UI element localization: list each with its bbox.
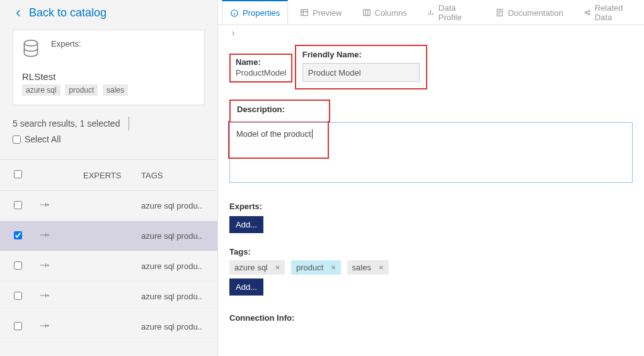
doc-icon xyxy=(495,8,504,17)
chevron-right-icon xyxy=(229,29,237,38)
row-checkbox[interactable] xyxy=(14,292,22,300)
left-pane: Back to catalog Experts: RLStest azure s… xyxy=(0,0,218,356)
name-value: ProductModel xyxy=(236,68,286,78)
close-icon[interactable]: × xyxy=(275,263,280,272)
svg-point-0 xyxy=(25,40,38,46)
tag-chip[interactable]: azure sql xyxy=(22,84,60,96)
friendly-name-input[interactable] xyxy=(302,63,420,82)
tab-properties[interactable]: Properties xyxy=(222,0,288,25)
svg-rect-2 xyxy=(301,9,308,15)
tag-pill[interactable]: sales× xyxy=(347,260,389,275)
tab-label: Properties xyxy=(243,8,280,18)
tags-label: Tags: xyxy=(229,247,633,256)
divider xyxy=(129,117,129,130)
tab-label: Related Data xyxy=(595,3,636,22)
col-experts[interactable]: EXPERTS xyxy=(83,171,141,180)
description-highlight: Description: xyxy=(229,100,330,123)
select-all-label: Select All xyxy=(25,134,61,144)
tab-label: Documentation xyxy=(508,8,563,18)
pin-icon[interactable] xyxy=(39,231,50,239)
friendly-name-label: Friendly Name: xyxy=(302,50,420,59)
asset-card: Experts: RLStest azure sql product sales xyxy=(13,30,205,105)
experts-label: Experts: xyxy=(51,39,81,49)
name-highlight: Name: ProductModel xyxy=(229,54,292,83)
svg-rect-3 xyxy=(363,9,370,15)
close-icon[interactable]: × xyxy=(379,263,384,272)
tag-pill[interactable]: azure sql× xyxy=(229,260,285,275)
results-summary: 5 search results, 1 selected xyxy=(13,118,120,129)
tab-data-profile[interactable]: Data Profile xyxy=(419,0,483,25)
tab-columns[interactable]: Columns xyxy=(354,0,415,25)
connection-info-section: Connection Info: xyxy=(229,313,633,323)
tag-pill[interactable]: product× xyxy=(291,260,341,275)
results-header: EXPERTS TAGS xyxy=(0,159,217,191)
pin-icon[interactable] xyxy=(39,200,50,209)
pin-icon[interactable] xyxy=(39,261,50,270)
tabs: Properties Preview Columns Data Profile … xyxy=(218,0,644,25)
info-icon xyxy=(230,9,239,18)
tab-related-data[interactable]: Related Data xyxy=(575,0,644,25)
pin-icon[interactable] xyxy=(39,291,50,300)
name-label: Name: xyxy=(236,57,286,67)
header-checkbox[interactable] xyxy=(14,170,22,178)
tag-label: sales xyxy=(352,263,371,272)
description-value: Model of the product xyxy=(236,129,313,139)
table-icon xyxy=(300,8,309,17)
table-row[interactable]: azure sql produ.. xyxy=(0,251,217,282)
description-label: Description: xyxy=(237,105,324,114)
asset-name: RLStest xyxy=(22,71,195,82)
col-tags[interactable]: TAGS xyxy=(141,171,217,180)
table-row[interactable]: azure sql produ.. xyxy=(0,282,217,312)
table-row[interactable]: azure sql produ.. xyxy=(0,312,217,342)
row-tags: azure sql produ.. xyxy=(141,201,204,210)
back-label: Back to catalog xyxy=(29,6,106,20)
right-pane: Properties Preview Columns Data Profile … xyxy=(218,0,644,356)
select-all-row[interactable]: Select All xyxy=(0,134,217,144)
results-table: EXPERTS TAGS azure sql produ.. azure sql… xyxy=(0,159,217,342)
close-icon[interactable]: × xyxy=(331,263,336,272)
row-checkbox[interactable] xyxy=(14,231,22,239)
experts-section: Experts: Add... xyxy=(229,202,633,233)
row-tags: azure sql produ.. xyxy=(141,292,204,301)
tab-label: Columns xyxy=(375,8,407,18)
columns-icon xyxy=(362,8,371,17)
tags-section: Tags: azure sql× product× sales× Add... xyxy=(229,247,633,296)
row-tags: azure sql produ.. xyxy=(141,261,204,271)
tag-chip[interactable]: sales xyxy=(103,84,128,96)
experts-label: Experts: xyxy=(229,202,633,211)
tab-label: Data Profile xyxy=(439,3,475,22)
description-input[interactable]: Model of the product xyxy=(229,122,633,183)
add-expert-button[interactable]: Add... xyxy=(229,216,263,233)
link-icon xyxy=(584,8,591,17)
connection-info-label: Connection Info: xyxy=(229,313,633,323)
table-row[interactable]: azure sql produ.. xyxy=(0,221,217,251)
table-row[interactable]: azure sql produ.. xyxy=(0,191,217,221)
select-all-checkbox[interactable] xyxy=(13,135,21,144)
friendly-name-highlight: Friendly Name: xyxy=(295,45,427,89)
add-tag-button[interactable]: Add... xyxy=(229,278,263,296)
database-icon xyxy=(22,39,41,62)
row-checkbox[interactable] xyxy=(14,322,22,330)
row-checkbox[interactable] xyxy=(14,261,22,270)
tag-label: azure sql xyxy=(234,263,268,272)
row-tags: azure sql produ.. xyxy=(141,231,204,241)
pin-icon[interactable] xyxy=(39,321,50,330)
row-tags: azure sql produ.. xyxy=(141,322,204,331)
tag-label: product xyxy=(296,263,323,272)
arrow-left-icon xyxy=(13,8,24,19)
row-checkbox[interactable] xyxy=(14,201,22,209)
bars-icon xyxy=(427,8,435,17)
back-to-catalog-link[interactable]: Back to catalog xyxy=(0,0,217,30)
asset-tags: azure sql product sales xyxy=(22,84,195,96)
tag-chip[interactable]: product xyxy=(65,84,98,96)
properties-panel: Name: ProductModel Friendly Name: Descri… xyxy=(218,25,644,356)
tab-documentation[interactable]: Documentation xyxy=(487,0,571,25)
tab-label: Preview xyxy=(313,8,342,18)
tab-preview[interactable]: Preview xyxy=(292,0,350,25)
expand-chevron[interactable] xyxy=(229,29,633,40)
